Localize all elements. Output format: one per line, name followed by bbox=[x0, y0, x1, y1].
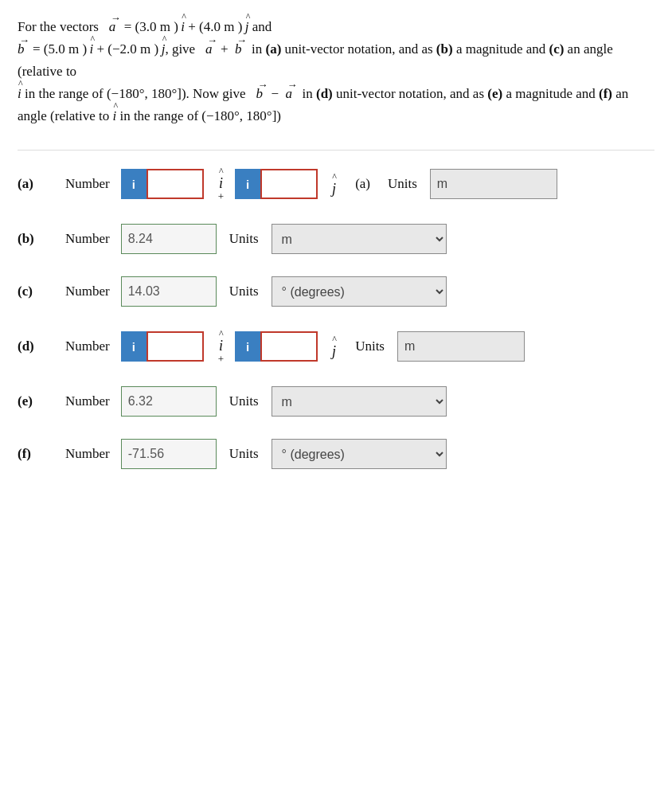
part-a-label: (a) bbox=[18, 176, 57, 192]
part-f-units-select[interactable]: ° (degrees) rad (radians) bbox=[272, 439, 447, 469]
part-b-label: (b) bbox=[18, 231, 57, 247]
part-c-row: (c) Number Units ° (degrees) rad (radian… bbox=[18, 276, 654, 307]
part-d-i-answer-box[interactable] bbox=[147, 331, 204, 362]
part-a-i-info-button[interactable]: i bbox=[121, 169, 147, 199]
problem-text: For the vectors → a = (3.0 m ) ^i + (4.0… bbox=[18, 16, 654, 127]
part-b-number-label: Number bbox=[65, 231, 110, 247]
part-f-number-input[interactable] bbox=[121, 439, 217, 469]
part-e-number-label: Number bbox=[65, 393, 110, 409]
part-d-units-input[interactable] bbox=[397, 331, 525, 362]
part-d-i-info-button[interactable]: i bbox=[121, 331, 147, 362]
part-d-row: (d) Number i ^ i + i ^ j Units bbox=[18, 329, 654, 364]
part-a-j-hat: ^ j bbox=[332, 172, 336, 196]
part-e-units-label: Units bbox=[229, 393, 259, 409]
part-e-row: (e) Number Units m km cm bbox=[18, 386, 654, 417]
part-a-j-pair: i bbox=[235, 169, 318, 199]
part-d-j-pair: i bbox=[235, 331, 318, 362]
part-d-j-answer-box[interactable] bbox=[260, 331, 318, 362]
part-c-label: (c) bbox=[18, 284, 57, 299]
part-a-units-input[interactable] bbox=[430, 169, 557, 199]
part-f-label: (f) bbox=[18, 446, 57, 462]
part-e-number-input[interactable] bbox=[121, 386, 217, 417]
part-d-label: (d) bbox=[18, 338, 57, 354]
part-c-number-input[interactable] bbox=[121, 276, 217, 307]
part-a-row: (a) Number i ^ i + i ^ j (a) Units bbox=[18, 166, 654, 201]
part-d-number-label: Number bbox=[65, 338, 110, 354]
divider bbox=[18, 150, 654, 151]
part-f-number-label: Number bbox=[65, 446, 110, 462]
part-b-row: (b) Number Units m km cm bbox=[18, 224, 654, 254]
part-b-number-input[interactable] bbox=[121, 224, 217, 254]
part-e-label: (e) bbox=[18, 393, 57, 409]
part-c-units-select[interactable]: ° (degrees) rad (radians) bbox=[272, 276, 447, 307]
part-f-row: (f) Number Units ° (degrees) rad (radian… bbox=[18, 439, 654, 469]
part-a-j-info-button[interactable]: i bbox=[235, 169, 260, 199]
part-a-i-hat: ^ i + bbox=[218, 166, 224, 201]
part-a-units-label: (a) bbox=[355, 176, 370, 192]
part-a-i-answer-box[interactable] bbox=[147, 169, 204, 199]
part-c-units-label: Units bbox=[229, 284, 259, 299]
part-b-units-select[interactable]: m km cm bbox=[272, 224, 447, 254]
part-a-number-label: Number bbox=[65, 176, 110, 192]
part-d-i-hat: ^ i + bbox=[218, 329, 224, 364]
part-e-units-select[interactable]: m km cm bbox=[272, 386, 447, 417]
part-d-i-pair: i bbox=[121, 331, 204, 362]
part-a-units-word: Units bbox=[388, 176, 417, 192]
part-d-units-word: Units bbox=[355, 338, 385, 354]
part-b-units-label: Units bbox=[229, 231, 259, 247]
part-c-number-label: Number bbox=[65, 284, 110, 299]
part-a-j-answer-box[interactable] bbox=[260, 169, 318, 199]
part-d-j-info-button[interactable]: i bbox=[235, 331, 260, 362]
part-f-units-label: Units bbox=[229, 446, 259, 462]
part-a-i-pair: i bbox=[121, 169, 204, 199]
part-d-j-hat: ^ j bbox=[332, 334, 336, 358]
